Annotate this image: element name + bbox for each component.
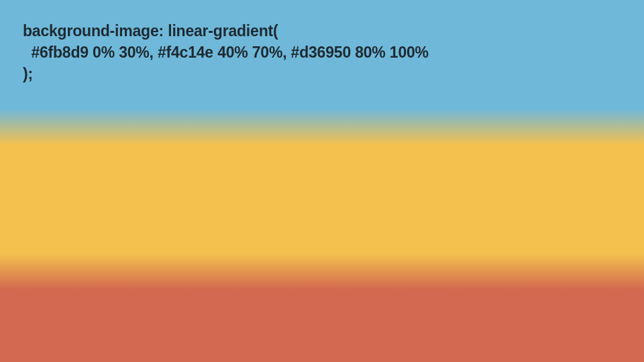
code-line-1: background-image: linear-gradient( <box>23 22 278 40</box>
code-line-2: #6fb8d9 0% 30%, #f4c14e 40% 70%, #d36950… <box>23 44 429 61</box>
css-code-snippet: background-image: linear-gradient( #6fb8… <box>0 0 644 105</box>
code-line-3: ); <box>23 65 33 82</box>
